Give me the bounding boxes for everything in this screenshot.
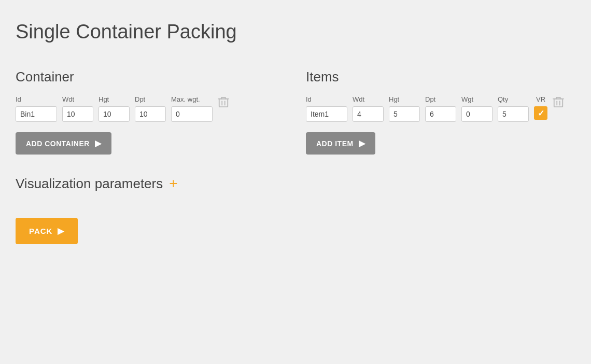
container-dpt-label: Dpt [135, 95, 166, 103]
container-section: Container Id Wdt Hgt Dpt [16, 69, 285, 155]
item-wgt-input[interactable] [461, 106, 492, 122]
add-item-label: ADD ITEM [316, 139, 354, 148]
page-container: Single Container Packing Container Id Wd… [0, 0, 591, 265]
item-qty-input[interactable] [498, 106, 529, 122]
items-section: Items Id Wdt Hgt Dpt [306, 69, 575, 155]
pack-arrow-icon: ▶ [58, 226, 64, 236]
visualization-title-text: Visualization parameters [16, 176, 163, 192]
item-hgt-label: Hgt [389, 95, 420, 103]
item-dpt-group: Dpt [425, 95, 456, 122]
container-fields-row: Id Wdt Hgt Dpt Max. wgt. [16, 95, 285, 122]
visualization-title: Visualization parameters + [16, 175, 575, 192]
container-wdt-label: Wdt [62, 95, 93, 103]
pack-button[interactable]: PACK ▶ [16, 218, 78, 244]
visualization-expand-button[interactable]: + [169, 175, 177, 192]
visualization-section: Visualization parameters + [16, 175, 575, 192]
add-container-button[interactable]: ADD CONTAINER ▶ [16, 132, 111, 155]
container-maxwgt-input[interactable] [171, 106, 213, 122]
item-dpt-input[interactable] [425, 106, 456, 122]
container-id-label: Id [16, 95, 57, 103]
add-container-arrow-icon: ▶ [95, 138, 102, 148]
container-id-group: Id [16, 95, 57, 122]
container-maxwgt-label: Max. wgt. [171, 95, 213, 103]
container-dpt-group: Dpt [135, 95, 166, 122]
container-hgt-group: Hgt [98, 95, 130, 122]
item-wdt-group: Wdt [353, 95, 384, 122]
item-vr-group: VR [534, 95, 547, 120]
item-hgt-group: Hgt [389, 95, 420, 122]
page-title: Single Container Packing [16, 21, 575, 43]
svg-rect-0 [219, 99, 228, 107]
container-hgt-input[interactable] [98, 106, 130, 122]
items-fields-row: Id Wdt Hgt Dpt Wgt [306, 95, 575, 122]
container-wdt-group: Wdt [62, 95, 93, 122]
item-hgt-input[interactable] [389, 106, 420, 122]
add-item-arrow-icon: ▶ [359, 138, 365, 148]
item-dpt-label: Dpt [425, 95, 456, 103]
container-delete-button[interactable] [218, 95, 229, 112]
trash-icon [218, 95, 229, 109]
add-container-label: ADD CONTAINER [26, 139, 90, 148]
sections-row: Container Id Wdt Hgt Dpt [16, 69, 575, 155]
pack-label: PACK [29, 227, 52, 235]
container-dpt-input[interactable] [135, 106, 166, 122]
container-section-title: Container [16, 69, 285, 85]
item-wgt-group: Wgt [461, 95, 492, 122]
item-wgt-label: Wgt [461, 95, 492, 103]
item-vr-label: VR [536, 95, 545, 103]
container-id-input[interactable] [16, 106, 57, 122]
add-item-button[interactable]: ADD ITEM ▶ [306, 132, 375, 155]
item-qty-label: Qty [498, 95, 529, 103]
item-id-group: Id [306, 95, 347, 122]
items-section-title: Items [306, 69, 575, 85]
item-delete-button[interactable] [553, 95, 564, 112]
item-id-input[interactable] [306, 106, 347, 122]
svg-rect-3 [554, 99, 563, 107]
item-qty-group: Qty [498, 95, 529, 122]
item-wdt-label: Wdt [353, 95, 384, 103]
container-maxwgt-group: Max. wgt. [171, 95, 213, 122]
trash-icon [553, 95, 564, 109]
container-wdt-input[interactable] [62, 106, 93, 122]
item-vr-checkbox[interactable] [534, 106, 547, 120]
container-hgt-label: Hgt [98, 95, 130, 103]
item-id-label: Id [306, 95, 347, 103]
item-wdt-input[interactable] [353, 106, 384, 122]
